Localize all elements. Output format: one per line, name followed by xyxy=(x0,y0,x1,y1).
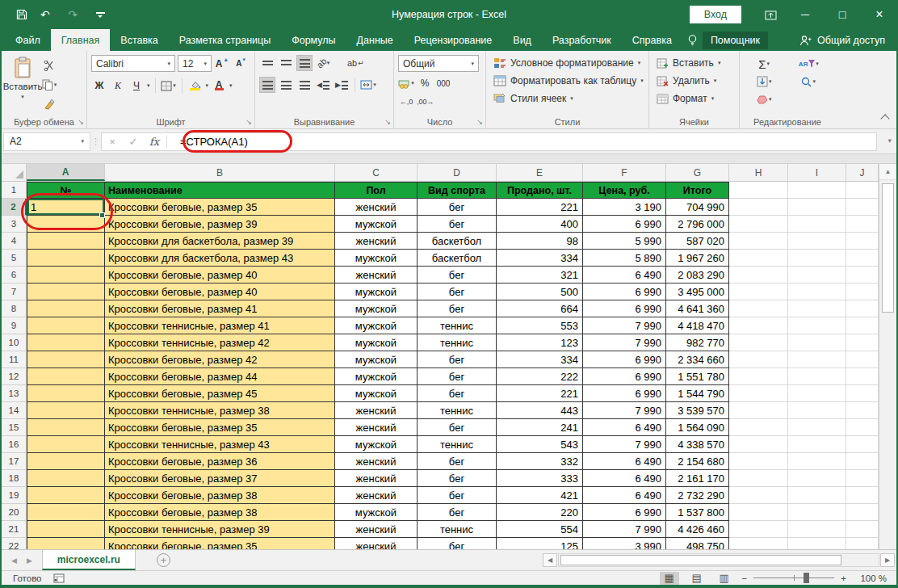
sign-in-button[interactable]: Вход xyxy=(690,6,741,23)
cell-H6[interactable] xyxy=(729,267,788,284)
cell-J12[interactable] xyxy=(846,368,879,385)
cell-C13[interactable]: мужской xyxy=(335,385,418,402)
scroll-left-button[interactable]: ◀ xyxy=(543,553,557,567)
scroll-up-button[interactable]: ▲ xyxy=(879,164,896,180)
cell-E11[interactable]: 334 xyxy=(497,351,583,368)
copy-button[interactable]: ▾ xyxy=(41,77,57,93)
cell-B19[interactable]: Кроссовки беговые, размер 38 xyxy=(105,487,335,504)
cell-A7[interactable] xyxy=(27,284,105,300)
ribbon-tab-9[interactable]: Справка xyxy=(622,29,682,51)
cell-I2[interactable] xyxy=(788,199,846,216)
cell-C18[interactable]: женский xyxy=(335,470,418,487)
row-header-1[interactable]: 1 xyxy=(2,182,27,199)
cell-G22[interactable]: 498 750 xyxy=(666,538,729,549)
cell-F14[interactable]: 7 990 xyxy=(583,402,666,419)
cell-G21[interactable]: 4 426 460 xyxy=(666,521,729,538)
cell-C15[interactable]: женский xyxy=(335,419,418,436)
cell-I1[interactable] xyxy=(788,182,846,199)
row-header-16[interactable]: 16 xyxy=(2,436,27,453)
share-button[interactable]: Общий доступ xyxy=(787,29,898,51)
cell-J18[interactable] xyxy=(846,470,879,487)
cell-D20[interactable]: бег xyxy=(418,504,497,521)
cell-F22[interactable]: 3 990 xyxy=(583,538,666,549)
cell-D13[interactable]: бег xyxy=(418,385,497,402)
cell-D17[interactable]: бег xyxy=(418,453,497,470)
cell-F11[interactable]: 6 990 xyxy=(583,351,666,368)
row-header-11[interactable]: 11 xyxy=(2,351,27,368)
fill-color-button[interactable] xyxy=(187,78,204,94)
cell-E22[interactable]: 125 xyxy=(497,538,583,549)
align-top-button[interactable] xyxy=(259,55,275,71)
column-header-A[interactable]: A xyxy=(27,164,105,181)
cell-G15[interactable]: 1 564 090 xyxy=(666,419,729,436)
cell-B13[interactable]: Кроссовки беговые, размер 45 xyxy=(105,385,335,402)
cell-F15[interactable]: 6 490 xyxy=(583,419,666,436)
decrease-indent-button[interactable]: ◀ xyxy=(315,77,331,93)
cell-D14[interactable]: теннис xyxy=(418,402,497,419)
cell-A3[interactable] xyxy=(27,216,105,233)
cell-E18[interactable]: 333 xyxy=(497,470,583,487)
cell-E17[interactable]: 332 xyxy=(497,453,583,470)
cell-C11[interactable]: мужской xyxy=(335,351,418,368)
cell-G7[interactable]: 3 495 000 xyxy=(666,284,729,300)
cell-G1[interactable]: Итого xyxy=(666,182,729,199)
cell-E9[interactable]: 553 xyxy=(497,317,583,334)
cell-D19[interactable]: бег xyxy=(418,487,497,504)
cell-J7[interactable] xyxy=(846,284,879,300)
cell-B22[interactable]: Кроссовки беговые, размер 35 xyxy=(105,538,335,549)
cell-I6[interactable] xyxy=(788,267,846,284)
cell-D21[interactable]: теннис xyxy=(418,521,497,538)
cell-F16[interactable]: 7 990 xyxy=(583,436,666,453)
column-header-C[interactable]: C xyxy=(335,164,418,181)
align-middle-button[interactable] xyxy=(278,55,294,71)
cell-C16[interactable]: мужской xyxy=(335,436,418,453)
cell-I8[interactable] xyxy=(788,300,846,317)
cell-J14[interactable] xyxy=(846,402,879,419)
cell-J19[interactable] xyxy=(846,487,879,504)
font-color-button[interactable]: А xyxy=(211,78,227,94)
cell-C7[interactable]: мужской xyxy=(335,284,418,300)
ribbon-tab-6[interactable]: Рецензирование xyxy=(404,29,503,51)
cell-J20[interactable] xyxy=(846,504,879,521)
cell-D6[interactable]: бег xyxy=(418,267,497,284)
save-icon[interactable] xyxy=(16,9,27,20)
styles-button-0[interactable]: Условное форматирование▾ xyxy=(491,54,646,72)
row-header-8[interactable]: 8 xyxy=(2,300,27,317)
fill-button[interactable]: ▾ xyxy=(745,74,783,90)
ribbon-tab-3[interactable]: Разметка страницы xyxy=(169,29,281,51)
cell-I3[interactable] xyxy=(788,216,846,233)
cell-E15[interactable]: 241 xyxy=(497,419,583,436)
cell-C4[interactable]: женский xyxy=(335,233,418,250)
row-header-5[interactable]: 5 xyxy=(2,250,27,267)
cell-D11[interactable]: бег xyxy=(418,351,497,368)
cell-J2[interactable] xyxy=(846,199,879,216)
row-header-18[interactable]: 18 xyxy=(2,470,27,487)
row-header-20[interactable]: 20 xyxy=(2,504,27,521)
cell-G17[interactable]: 2 154 680 xyxy=(666,453,729,470)
column-header-I[interactable]: I xyxy=(788,164,846,181)
cell-C1[interactable]: Пол xyxy=(335,182,418,199)
cell-J17[interactable] xyxy=(846,453,879,470)
wrap-text-button[interactable]: ab↵ xyxy=(347,55,364,71)
cell-A9[interactable] xyxy=(27,317,105,334)
select-all-corner[interactable] xyxy=(2,164,27,181)
cell-J13[interactable] xyxy=(846,385,879,402)
cell-E3[interactable]: 400 xyxy=(497,216,583,233)
cell-I15[interactable] xyxy=(788,419,846,436)
cell-I7[interactable] xyxy=(788,284,846,300)
cell-G9[interactable]: 4 418 470 xyxy=(666,317,729,334)
cell-E7[interactable]: 500 xyxy=(497,284,583,300)
ribbon-tab-8[interactable]: Разработчик xyxy=(542,29,622,51)
cell-E14[interactable]: 443 xyxy=(497,402,583,419)
comma-style-button[interactable]: 000 xyxy=(435,75,451,91)
cell-B10[interactable]: Кроссовки теннисные, размер 42 xyxy=(105,334,335,351)
cell-D9[interactable]: теннис xyxy=(418,317,497,334)
cell-H2[interactable] xyxy=(729,199,788,216)
cell-H13[interactable] xyxy=(729,385,788,402)
row-header-3[interactable]: 3 xyxy=(2,216,27,233)
cell-A2[interactable]: 1 xyxy=(27,199,105,216)
cell-F2[interactable]: 3 190 xyxy=(583,199,666,216)
cell-B8[interactable]: Кроссовки беговые, размер 41 xyxy=(105,300,335,317)
cell-J5[interactable] xyxy=(846,250,879,267)
ribbon-tab-2[interactable]: Вставка xyxy=(110,29,168,51)
